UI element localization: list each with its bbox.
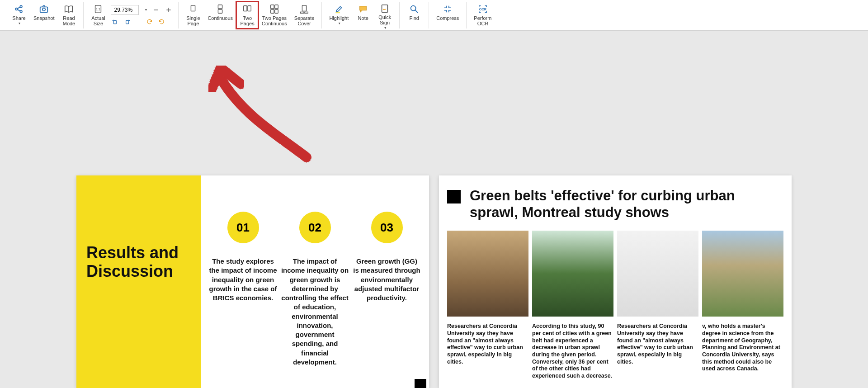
document-viewer: Results and Discussion 01 The study expl… — [0, 31, 868, 388]
svg-rect-15 — [191, 5, 195, 11]
two-pages-label: Two Pages — [240, 15, 254, 26]
article-text: v, who holds a master's degree in scienc… — [702, 323, 783, 372]
toolbar-group-find: Find — [400, 2, 429, 28]
compress-label: Compress — [436, 15, 459, 21]
result-text: The study explores the impact of income … — [209, 257, 277, 303]
article-image — [702, 231, 783, 317]
find-label: Find — [410, 15, 419, 21]
camera-icon — [38, 4, 49, 14]
perform-ocr-label: Perform OCR — [474, 15, 491, 26]
perform-ocr-button[interactable]: OCR Perform OCR — [470, 2, 495, 28]
decor-square — [447, 190, 461, 203]
page-title: Results and Discussion — [86, 243, 191, 281]
note-label: Note — [358, 15, 368, 21]
two-pages-continuous-icon — [269, 4, 280, 14]
single-page-label: Single Page — [186, 15, 200, 26]
two-pages-continuous-button[interactable]: Two Pages Continuous — [258, 2, 291, 28]
snapshot-button[interactable]: Snapshot — [30, 2, 58, 28]
svg-rect-18 — [244, 6, 247, 11]
note-icon — [358, 4, 368, 14]
read-mode-button[interactable]: Read Mode — [58, 2, 80, 28]
toolbar-group-pagelayout: Single Page Continuous Two Pages Two Pag… — [179, 2, 322, 28]
svg-rect-19 — [248, 6, 251, 11]
result-number-badge: 01 — [227, 212, 259, 243]
toolbar-group-compress: Compress — [429, 2, 467, 28]
article-column: v, who holds a master's degree in scienc… — [702, 231, 783, 379]
decor-square — [415, 379, 426, 388]
svg-text:OCR: OCR — [479, 7, 487, 11]
svg-rect-24 — [302, 5, 306, 11]
article-column: Researchers at Concordia University say … — [447, 231, 528, 379]
article-column: According to this study, 90 per cent of … — [532, 231, 613, 379]
svg-point-6 — [42, 8, 45, 11]
zoom-in-button[interactable] — [165, 6, 173, 14]
search-icon — [409, 4, 420, 14]
highlighter-icon — [334, 4, 344, 14]
actual-size-button[interactable]: 1:1 Actual Size — [87, 2, 109, 28]
find-button[interactable]: Find — [403, 2, 425, 28]
two-pages-button[interactable]: Two Pages — [236, 2, 258, 28]
separate-cover-icon — [299, 4, 310, 14]
toolbar-group-ocr: OCR Perform OCR — [467, 2, 499, 28]
ocr-icon: OCR — [477, 4, 488, 14]
annotation-arrow — [203, 62, 329, 166]
toolbar: Share▼ Snapshot Read Mode 1:1 Actual Siz… — [0, 0, 868, 31]
result-item: 02 The impact of income inequality on gr… — [281, 212, 349, 388]
snapshot-label: Snapshot — [33, 15, 54, 21]
continuous-label: Continuous — [208, 15, 233, 21]
article-text: Researchers at Concordia University say … — [617, 323, 698, 365]
svg-line-30 — [415, 10, 418, 13]
toolbar-group-zoom: 1:1 Actual Size ▼ — [84, 2, 179, 28]
svg-rect-26 — [305, 12, 308, 13]
result-text: The impact of income inequality on green… — [281, 257, 349, 367]
result-text: Green growth (GG) is measured through en… — [353, 257, 421, 303]
single-page-icon — [188, 4, 198, 14]
share-icon — [14, 4, 24, 14]
single-page-button[interactable]: Single Page — [182, 2, 204, 28]
svg-rect-25 — [301, 12, 304, 13]
note-button[interactable]: Note — [352, 2, 374, 28]
two-pages-continuous-label: Two Pages Continuous — [262, 15, 287, 26]
result-number-badge: 03 — [371, 212, 403, 243]
result-number-badge: 02 — [299, 212, 331, 243]
share-button[interactable]: Share▼ — [8, 2, 30, 28]
quick-sign-button[interactable]: Quick Sign▼ — [374, 2, 396, 28]
article-image — [447, 231, 528, 317]
separate-cover-label: Separate Cover — [294, 15, 315, 26]
toolbar-group-annotate: Highlight▼ Note Quick Sign▼ — [322, 2, 400, 28]
svg-rect-23 — [275, 9, 278, 13]
svg-rect-14 — [126, 20, 129, 24]
continuous-button[interactable]: Continuous — [204, 2, 236, 28]
article-columns: Researchers at Concordia University say … — [439, 221, 792, 379]
separate-cover-button[interactable]: Separate Cover — [291, 2, 318, 28]
svg-rect-21 — [275, 5, 278, 9]
result-item: 01 The study explores the impact of inco… — [209, 212, 277, 388]
article-headline: Green belts 'effective' for curbing urba… — [470, 187, 783, 221]
results-columns: 01 The study explores the impact of inco… — [201, 175, 429, 388]
highlight-label: Highlight — [329, 15, 349, 21]
actual-size-icon: 1:1 — [93, 4, 104, 14]
svg-point-29 — [411, 6, 416, 11]
highlight-button[interactable]: Highlight▼ — [326, 2, 352, 28]
sign-icon — [379, 4, 390, 14]
continuous-icon — [215, 4, 226, 14]
compress-button[interactable]: Compress — [433, 2, 462, 28]
page-left: Results and Discussion 01 The study expl… — [76, 175, 429, 388]
svg-text:1:1: 1:1 — [96, 7, 100, 11]
zoom-dropdown-icon[interactable]: ▼ — [144, 8, 147, 11]
article-text: Researchers at Concordia University say … — [447, 323, 528, 365]
read-mode-label: Read Mode — [63, 15, 75, 26]
svg-line-4 — [17, 9, 20, 11]
zoom-input[interactable] — [111, 5, 139, 15]
svg-rect-28 — [382, 5, 388, 13]
svg-rect-27 — [335, 12, 340, 13]
zoom-out-button[interactable] — [152, 6, 160, 14]
svg-line-3 — [17, 7, 20, 9]
article-image — [617, 231, 698, 317]
rotate-right-button[interactable] — [123, 18, 132, 26]
redo-button[interactable] — [158, 18, 166, 26]
rotate-left-button[interactable] — [111, 18, 119, 26]
undo-button[interactable] — [145, 18, 153, 26]
svg-rect-22 — [271, 9, 274, 13]
toolbar-group-share: Share▼ Snapshot Read Mode — [5, 2, 84, 28]
